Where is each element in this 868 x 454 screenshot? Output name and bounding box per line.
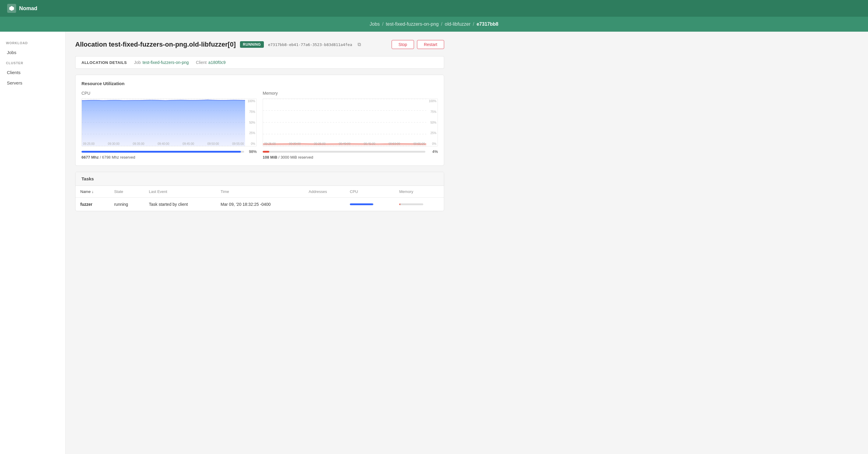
mem-y-0: 0% xyxy=(428,142,436,145)
task-addresses xyxy=(304,198,345,211)
mem-t4: 09:40:00 xyxy=(339,142,350,145)
memory-progress-track xyxy=(263,151,425,153)
tasks-table: Name ↓ State Last Event Time xyxy=(75,186,444,211)
main-content: Allocation test-fixed-fuzzers-on-png.old… xyxy=(66,32,454,454)
action-buttons: Stop Restart xyxy=(392,40,444,49)
memory-progress-fill xyxy=(263,151,269,153)
mem-y-100: 100% xyxy=(428,100,436,103)
cpu-t2: 09:30:00 xyxy=(108,142,119,145)
svg-marker-0 xyxy=(9,6,14,11)
col-addresses-label: Addresses xyxy=(309,189,327,194)
task-state: running xyxy=(109,198,144,211)
cpu-y-50: 50% xyxy=(246,121,255,124)
mem-t7: 09:55:00 xyxy=(413,142,425,145)
cpu-label: CPU xyxy=(82,91,257,95)
cpu-t7: 09:55:00 xyxy=(232,142,244,145)
breadcrumb-jobs[interactable]: Jobs xyxy=(370,22,380,27)
cpu-t4: 09:40:00 xyxy=(158,142,169,145)
client-link[interactable]: a180f0c9 xyxy=(208,60,226,65)
col-memory-label: Memory xyxy=(399,189,413,194)
breadcrumb-sep-2: / xyxy=(441,22,442,27)
breadcrumb-job-name[interactable]: test-fixed-fuzzers-on-png xyxy=(386,22,439,27)
nomad-logo-icon xyxy=(7,4,16,13)
sidebar-jobs-label: Jobs xyxy=(7,50,17,55)
resource-grid: CPU 100% 75% 50% 25% 0% xyxy=(82,91,438,160)
status-badge: RUNNING xyxy=(240,41,264,48)
memory-reserved-sep: / xyxy=(278,155,281,160)
breadcrumb-sep-3: / xyxy=(473,22,474,27)
memory-progress-detail: 108 MiB / 3000 MiB reserved xyxy=(263,155,438,160)
tasks-table-body: fuzzer running Task started by client Ma… xyxy=(75,198,444,211)
col-name-label: Name xyxy=(80,189,91,194)
task-last-event: Task started by client xyxy=(144,198,216,211)
mem-y-25: 25% xyxy=(428,132,436,135)
top-nav: Nomad xyxy=(0,0,868,17)
workload-section-label: WORKLOAD xyxy=(0,40,65,47)
col-name[interactable]: Name ↓ xyxy=(75,186,109,198)
cpu-progress-row: 98% xyxy=(82,149,257,154)
restart-button[interactable]: Restart xyxy=(417,40,444,49)
cpu-y-axis: 100% 75% 50% 25% 0% xyxy=(245,99,256,146)
cpu-chart-container: 100% 75% 50% 25% 0% xyxy=(82,98,257,146)
client-label: Client xyxy=(196,60,207,65)
task-memory-bar-fill xyxy=(399,203,400,205)
sidebar-item-servers[interactable]: Servers xyxy=(0,78,65,88)
memory-progress-row: 4% xyxy=(263,149,438,154)
col-time: Time xyxy=(216,186,304,198)
mem-t3: 09:35:00 xyxy=(314,142,326,145)
allocation-full-id: e7317bb8-eb41-77a6-3523-b83d811a4fea xyxy=(268,42,352,47)
cpu-t5: 09:45:00 xyxy=(182,142,194,145)
allocation-name: test-fixed-fuzzers-on-png.old-libfuzzer[… xyxy=(108,40,236,48)
tasks-card: Tasks Name ↓ State Last Event xyxy=(75,172,444,211)
breadcrumb-bar: Jobs / test-fixed-fuzzers-on-png / old-l… xyxy=(0,17,868,32)
sidebar-item-jobs[interactable]: Jobs xyxy=(0,47,65,58)
sidebar: WORKLOAD Jobs CLUSTER Clients Servers xyxy=(0,32,66,454)
copy-id-button[interactable]: ⧉ xyxy=(356,41,362,48)
col-state-label: State xyxy=(114,189,123,194)
breadcrumb-task-group[interactable]: old-libfuzzer xyxy=(445,22,470,27)
job-label: Job xyxy=(134,60,141,65)
col-last-event-label: Last Event xyxy=(149,189,167,194)
cpu-y-75: 75% xyxy=(246,110,255,113)
tab-job-info: Job test-fixed-fuzzers-on-png xyxy=(134,60,189,65)
col-state: State xyxy=(109,186,144,198)
cpu-t3: 09:35:00 xyxy=(133,142,145,145)
memory-progress-pct: 4% xyxy=(428,149,438,154)
cpu-y-100: 100% xyxy=(246,100,255,103)
memory-panel: Memory 100% 75% 50% 25% 0% xyxy=(263,91,438,160)
task-cpu-bar-container xyxy=(350,203,374,205)
app-name: Nomad xyxy=(19,5,37,12)
cpu-t1: 09:25:00 xyxy=(83,142,95,145)
resource-utilization-card: Resource Utilization CPU 100% 75% 50% 25… xyxy=(75,75,444,166)
task-memory-bar-container xyxy=(399,203,423,205)
cpu-reserved-sep: / xyxy=(100,155,102,160)
memory-time-axis: 09:25:00 09:30:00 09:35:00 09:40:00 09:4… xyxy=(263,142,426,146)
task-memory-bar xyxy=(395,198,444,211)
mem-y-50: 50% xyxy=(428,121,436,124)
task-time: Mar 09, '20 18:32:25 -0400 xyxy=(216,198,304,211)
job-link[interactable]: test-fixed-fuzzers-on-png xyxy=(143,60,189,65)
table-row[interactable]: fuzzer running Task started by client Ma… xyxy=(75,198,444,211)
mem-t1: 09:25:00 xyxy=(264,142,276,145)
stop-button[interactable]: Stop xyxy=(392,40,414,49)
tasks-section-title: Tasks xyxy=(75,172,444,186)
tabs-bar: ALLOCATION DETAILS Job test-fixed-fuzzer… xyxy=(75,56,444,69)
col-memory: Memory xyxy=(395,186,444,198)
cpu-time-axis: 09:25:00 09:30:00 09:35:00 09:40:00 09:4… xyxy=(82,142,245,146)
sort-arrow-icon: ↓ xyxy=(92,189,94,194)
memory-chart-container: 100% 75% 50% 25% 0% xyxy=(263,98,438,146)
cluster-section-label: CLUSTER xyxy=(0,60,65,67)
memory-current: 108 MiB xyxy=(263,155,277,160)
memory-label: Memory xyxy=(263,91,438,95)
cpu-y-25: 25% xyxy=(246,132,255,135)
col-time-label: Time xyxy=(221,189,229,194)
col-cpu-label: CPU xyxy=(350,189,358,194)
logo-area: Nomad xyxy=(7,4,37,13)
col-addresses: Addresses xyxy=(304,186,345,198)
sidebar-item-clients[interactable]: Clients xyxy=(0,67,65,78)
cpu-panel: CPU 100% 75% 50% 25% 0% xyxy=(82,91,257,160)
cpu-progress-track xyxy=(82,151,244,153)
cpu-t6: 09:50:00 xyxy=(208,142,219,145)
tab-allocation-details[interactable]: ALLOCATION DETAILS xyxy=(82,60,127,65)
tab-client-info: Client a180f0c9 xyxy=(196,60,225,65)
